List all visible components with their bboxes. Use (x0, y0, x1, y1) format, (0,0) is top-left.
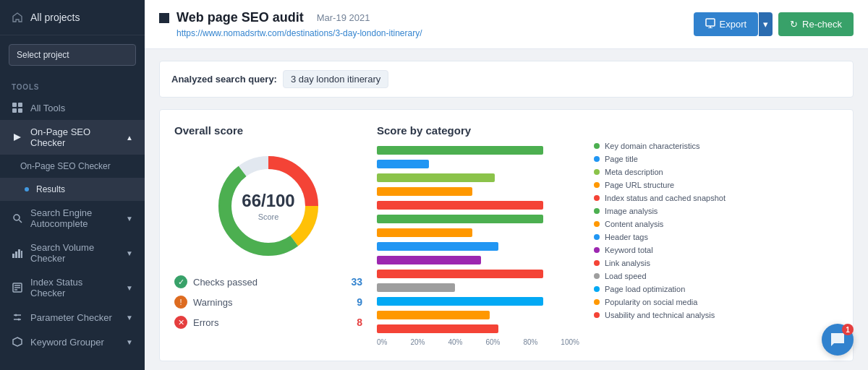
keyword-icon (12, 336, 23, 348)
bar-chart (377, 145, 579, 334)
legend-item: Content analysis (594, 220, 838, 228)
chevron-down-search-icon: ▼ (126, 215, 133, 223)
donut-chart: 66/100 Score (210, 148, 326, 264)
legend-label: Keyword total (605, 246, 653, 254)
bar-row (377, 255, 579, 265)
legend-label: Page URL structure (605, 181, 674, 189)
warnings-icon: ! (174, 296, 187, 309)
legend-item: Load speed (594, 272, 838, 280)
sidebar-item-keyword[interactable]: Keyword Grouper ▼ (0, 330, 145, 354)
checks-passed-icon: ✓ (174, 275, 187, 288)
legend-label: Link analysis (605, 259, 650, 267)
svg-rect-7 (12, 254, 14, 258)
sidebar-item-search-volume-label: Search Volume Checker (30, 242, 119, 264)
sidebar-item-search-engine-label: Search Engine Autocomplete (30, 207, 119, 229)
bar-fill (377, 160, 429, 168)
axis-100: 100% (561, 338, 579, 346)
svg-rect-10 (21, 251, 22, 258)
bar-row (377, 324, 579, 334)
sidebar-item-results[interactable]: Results (0, 178, 145, 201)
bar-fill (377, 201, 543, 210)
donut-center: 66/100 Score (242, 191, 294, 221)
project-select-wrapper[interactable]: Select project (9, 44, 136, 66)
recheck-button[interactable]: ↻ Re-check (778, 12, 854, 36)
export-split-button[interactable]: ▾ (759, 12, 773, 36)
export-label: Export (720, 19, 747, 30)
sidebar-item-search-engine[interactable]: Search Engine Autocomplete ▼ (0, 201, 145, 236)
svg-rect-2 (12, 108, 17, 113)
search-query-bar: Analyzed search query: 3 day london itin… (159, 61, 854, 98)
page-heading: Web page SEO audit Mar-19 2021 (159, 10, 422, 25)
svg-rect-1 (18, 103, 22, 107)
legend-item: Key domain characteristics (594, 142, 838, 150)
legend-item: Page URL structure (594, 181, 838, 189)
legend-label: Popularity on social media (605, 298, 697, 306)
sidebar-item-all-tools[interactable]: All Tools (0, 95, 145, 120)
sidebar-item-on-page-seo-sub-label: On-Page SEO Checker (20, 161, 111, 171)
legend: Key domain characteristicsPage titleMeta… (594, 124, 838, 346)
bar-row (377, 310, 579, 320)
svg-rect-0 (12, 103, 17, 107)
dot-icon (25, 187, 29, 192)
topbar: Web page SEO audit Mar-19 2021 https://w… (145, 0, 868, 49)
legend-dot (594, 247, 600, 253)
legend-item: Image analysis (594, 207, 838, 215)
donut-label: Score (242, 212, 294, 221)
bar-fill (377, 215, 543, 223)
legend-item: Page load optimization (594, 285, 838, 293)
sidebar-item-on-page-seo-sub[interactable]: On-Page SEO Checker (0, 155, 145, 178)
legend-item: Index status and cached snapshot (594, 194, 838, 202)
errors-icon: ✕ (174, 316, 187, 329)
all-projects-item[interactable]: All projects (0, 0, 145, 35)
legend-label: Index status and cached snapshot (605, 194, 726, 202)
svg-marker-4 (14, 134, 21, 141)
bar-fill (377, 283, 455, 292)
score-panel: Overall score 66 (159, 109, 854, 361)
legend-label: Page title (605, 155, 638, 163)
bar-row (377, 283, 579, 293)
search-query-value: 3 day london itinerary (283, 70, 388, 88)
sidebar-item-search-volume[interactable]: Search Volume Checker ▼ (0, 236, 145, 270)
bar-fill (377, 146, 543, 155)
chevron-down-volume-icon: ▼ (126, 249, 133, 257)
bar-row (377, 145, 579, 155)
legend-dot (594, 182, 600, 188)
legend-item: Keyword total (594, 246, 838, 254)
heading-square (159, 13, 169, 23)
legend-dot (594, 286, 600, 292)
overall-score-section: Overall score 66 (174, 124, 362, 346)
main-content: Web page SEO audit Mar-19 2021 https://w… (145, 0, 868, 370)
sidebar-item-parameter[interactable]: Parameter Checker ▼ (0, 305, 145, 330)
parameter-icon (12, 311, 23, 323)
chat-button[interactable]: 1 (822, 324, 854, 356)
svg-rect-9 (18, 249, 20, 258)
bar-row (377, 228, 579, 238)
page-url-link[interactable]: https://www.nomadsrtw.com/destinations/3… (159, 28, 422, 38)
legend-label: Header tags (605, 233, 648, 241)
category-title: Score by category (377, 124, 579, 137)
svg-marker-19 (13, 337, 22, 346)
legend-item: Usability and technical analysis (594, 311, 838, 319)
legend-label: Content analysis (605, 220, 663, 228)
bar-fill (377, 311, 490, 319)
legend-label: Meta description (605, 168, 663, 176)
sidebar-item-on-page-seo-label: On-Page SEO Checker (30, 126, 119, 148)
legend-item: Popularity on social media (594, 298, 838, 306)
project-select[interactable]: Select project (9, 44, 136, 66)
donut-score: 66/100 (242, 191, 294, 211)
legend-item: Link analysis (594, 259, 838, 267)
export-button-group: Export ▾ (694, 12, 773, 36)
export-button[interactable]: Export (694, 12, 759, 36)
sidebar-item-all-tools-label: All Tools (30, 103, 65, 113)
page-title: Web page SEO audit (176, 10, 304, 25)
bar-row (377, 200, 579, 210)
all-projects-label: All projects (30, 12, 80, 23)
svg-line-6 (20, 220, 22, 223)
bar-fill (377, 297, 543, 306)
legend-dot (594, 260, 600, 266)
axis-40: 40% (448, 338, 462, 346)
errors-count: 8 (357, 317, 362, 328)
home-icon (12, 12, 23, 23)
sidebar-item-index-status[interactable]: Index Status Checker ▼ (0, 270, 145, 305)
sidebar-item-on-page-seo[interactable]: On-Page SEO Checker ▲ (0, 120, 145, 155)
